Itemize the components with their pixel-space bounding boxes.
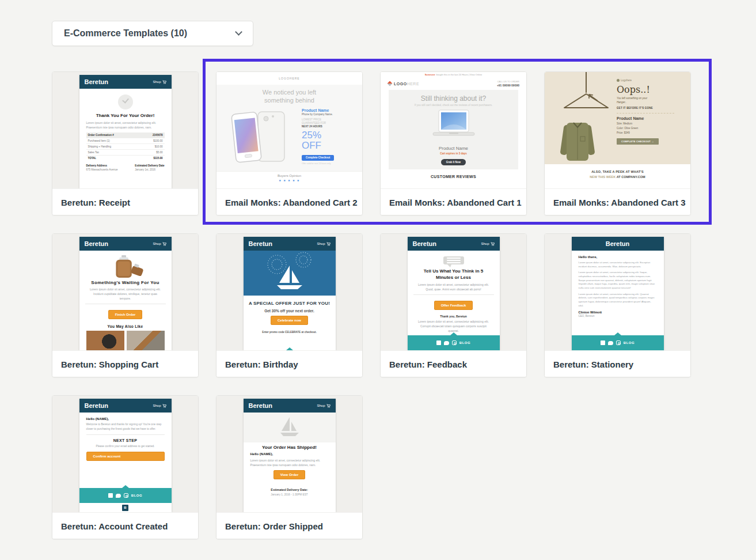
call-number: +91 09099 09090 — [497, 84, 519, 87]
facebook-icon — [601, 340, 605, 345]
footer-line2-dark: AT COMPANY.COM — [617, 175, 645, 179]
table-cell: Shipping + Handling — [86, 144, 140, 150]
shop-link: Shop — [153, 404, 161, 407]
facebook-icon — [108, 493, 113, 498]
email-body-text: Lorem ipsum dolor sit amet, consectetur … — [579, 261, 657, 268]
logo-circle-icon — [617, 79, 620, 82]
template-preview: Beretun Shop Something's Waiting For You… — [52, 234, 198, 350]
brand-logo: Beretun — [606, 240, 630, 247]
celebrate-button: Celebrate now — [271, 316, 308, 325]
delivery-date-label: Estimated Delivery Date — [135, 164, 164, 167]
email-monks-badge-icon — [362, 196, 363, 209]
logo-bold: LOGO — [394, 82, 407, 86]
email-footer: BLOG — [408, 335, 500, 350]
template-card-abandoned-cart-2[interactable]: LOGOHERE We noticed you leftsomething be… — [216, 71, 363, 215]
email-footer: BLOG — [79, 488, 172, 503]
template-card-order-shipped[interactable]: Beretun Shop Your Order Has Shipped! Hel… — [216, 395, 363, 539]
cart-icon — [326, 242, 330, 246]
email-thumbnail: Beretun Hello there, Lorem ipsum dolor s… — [572, 237, 664, 350]
buyers-opinion-label: Buyers Opinion — [216, 174, 362, 177]
delivery-date: January 1, 2016 - 1:30PM EST — [244, 493, 336, 496]
cart-icon — [162, 242, 166, 246]
email-thumbnail: Beretun Shop Hello (NAME), Welcome to Be… — [79, 399, 172, 512]
product-name: Product Name — [392, 146, 515, 151]
template-preview: Logohere Oops..! You left something on y… — [545, 72, 690, 188]
product-price: Price: $349 — [617, 131, 683, 134]
template-preview: Beretun Shop A — [216, 234, 362, 350]
brand-logo: Beretun — [413, 240, 437, 247]
email-body-text: Lorem ipsum dolor sit amet, consectetur … — [86, 120, 165, 130]
star-rating: ★ ★ ★ ★ ★ — [216, 179, 362, 182]
email-body-text: Welcome to Beretun and thanks for signin… — [86, 422, 165, 431]
email-body-text: Lorem ipsum dolor sit amet, consectetur … — [579, 271, 657, 290]
brand-logo: Beretun — [85, 240, 109, 247]
product-size: Size: Medium — [617, 122, 683, 125]
email-subtext: Get 30% off your next order. — [244, 309, 336, 313]
template-preview: Beretun Shop Thank You For Your Order! L… — [52, 72, 198, 188]
template-card-birthday[interactable]: Beretun Shop A — [216, 233, 363, 377]
footer-line1: ALSO, TAKE A PEEK AT WHAT'S — [545, 170, 690, 173]
template-card-abandoned-cart-1[interactable]: Someone bought this in the last 24 Hours… — [380, 71, 527, 215]
logo-diamond-icon — [387, 81, 392, 86]
email-heading: We noticed you leftsomething behind — [216, 89, 362, 105]
template-preview: Beretun Hello there, Lorem ipsum dolor s… — [545, 234, 690, 350]
email-thumbnail: Beretun Shop Tell Us What You Think in 5… — [408, 237, 500, 350]
thanks-text: Thank you, Beretun — [408, 315, 500, 318]
shop-link: Shop — [317, 242, 325, 245]
cart-icon — [326, 404, 330, 408]
brand-logo: Beretun — [85, 402, 109, 409]
offer-feedback-button: Offer Feedback — [434, 301, 473, 310]
logo-placeholder: LOGOHERE — [279, 77, 299, 80]
email-thumbnail: Beretun Shop A — [244, 237, 336, 350]
twitter-icon — [444, 341, 449, 345]
template-title: Email Monks: Abandoned Cart 3 — [553, 198, 685, 207]
template-card-stationery[interactable]: Beretun Hello there, Lorem ipsum dolor s… — [544, 233, 691, 377]
template-preview: Beretun Shop Tell Us What You Think in 5… — [381, 234, 526, 350]
template-card-receipt[interactable]: Beretun Shop Thank You For Your Order! L… — [52, 71, 199, 215]
dropdown-label: E-Commerce Templates (10) — [64, 28, 187, 39]
template-category-dropdown[interactable]: E-Commerce Templates (10) — [52, 21, 253, 46]
email-header: Beretun Shop — [79, 75, 172, 89]
email-thumbnail: Logohere Oops..! You left something on y… — [545, 72, 690, 188]
footer-line2-muted: NEW THIS WEEK — [590, 175, 616, 179]
phone-illustration — [225, 108, 298, 164]
template-title: Beretun: Shopping Cart — [61, 360, 158, 369]
blog-link: BLOG — [624, 341, 635, 345]
template-preview: Beretun Shop Hello (NAME), Welcome to Be… — [52, 396, 198, 512]
checkmark-icon — [118, 94, 133, 109]
urgency-text: GET IT BEFORE IT'S GONE — [617, 107, 683, 109]
template-card-account-created[interactable]: Beretun Shop Hello (NAME), Welcome to Be… — [52, 395, 199, 539]
divider — [413, 294, 494, 295]
greeting-text: Hello (NAME), — [250, 452, 329, 456]
template-card-abandoned-cart-3[interactable]: Logohere Oops..! You left something on y… — [544, 71, 691, 215]
email-heading: Thank You For Your Order! — [79, 113, 172, 118]
table-cell: $10.00 — [140, 144, 165, 150]
product-name: Product Name — [617, 116, 683, 120]
logo-light: HERE — [407, 82, 419, 86]
email-thumbnail: Beretun Shop Your Order Has Shipped! Hel… — [244, 399, 336, 512]
signature-role: CEO, Beretun — [579, 315, 657, 317]
brand-mark-icon: B — [122, 505, 128, 511]
chevron-down-icon — [235, 28, 242, 36]
logo-placeholder: Logohere — [621, 79, 632, 82]
confirm-account-button: Confirm account — [86, 452, 165, 461]
product-name: Product Name — [302, 108, 355, 112]
dashed-divider — [617, 113, 674, 113]
template-card-shopping-cart[interactable]: Beretun Shop Something's Waiting For You… — [52, 233, 199, 377]
customer-reviews-heading: CUSTOMER REVIEWS — [381, 175, 526, 179]
next-step-heading: NEXT STEP — [86, 438, 165, 442]
order-table: Order Confirmation #2345678 Purchased It… — [86, 133, 165, 161]
sailboat-icon — [277, 416, 302, 439]
email-monks-badge-icon — [526, 196, 527, 209]
email-subtext: Please confirm your email address to get… — [86, 444, 165, 448]
order-confirmation-label: Order Confirmation # — [86, 133, 140, 138]
template-preview: Someone bought this in the last 24 Hours… — [381, 72, 526, 188]
greeting-text: Hello (NAME), — [86, 417, 165, 421]
twitter-icon — [608, 341, 613, 345]
shirt-image — [560, 119, 595, 163]
email-thumbnail: LOGOHERE We noticed you leftsomething be… — [216, 72, 362, 188]
template-title: Email Monks: Abandoned Cart 2 — [225, 198, 357, 207]
delivery-date-label: Estimated Delivery Date: — [244, 488, 336, 491]
table-cell: $5.00 — [140, 150, 165, 156]
template-card-feedback[interactable]: Beretun Shop Tell Us What You Think in 5… — [380, 233, 527, 377]
